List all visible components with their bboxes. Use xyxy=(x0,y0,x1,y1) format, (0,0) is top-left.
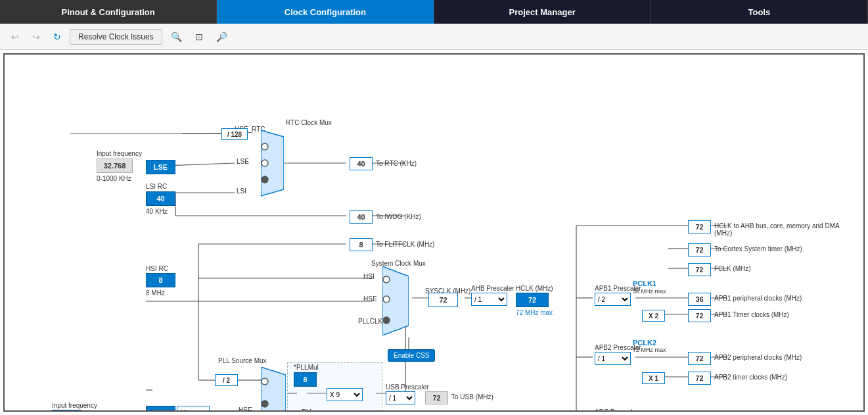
hsi-unit-label: 8 MHz xyxy=(146,289,165,297)
to-rtc-label: To RTC (KHz) xyxy=(376,160,417,167)
cortex-timer-value-box: 72 xyxy=(688,243,711,256)
rtc-clock-mux-label: RTC Clock Mux xyxy=(286,119,332,126)
resolve-clock-issues-button[interactable]: Resolve Clock Issues xyxy=(70,29,162,45)
hclk-max-label: 72 MHz max xyxy=(516,309,553,316)
tab-project[interactable]: Project Manager xyxy=(434,0,651,24)
fclk-label: FCLK (MHz) xyxy=(714,265,751,272)
main-content: Input frequency 32.768 0-1000 KHz LSE LS… xyxy=(0,50,868,415)
apb2-timer-label: APB2 timer clocks (MHz) xyxy=(714,374,787,381)
lsi-rc-label: LSI RC xyxy=(146,183,167,190)
pllclk-mux-label: PLLCLK xyxy=(358,318,382,325)
nav-bar: Pinout & Configuration Clock Configurati… xyxy=(0,0,868,24)
system-clock-mux-shape[interactable] xyxy=(382,266,409,335)
apb1-prescaler-select[interactable]: / 2 xyxy=(595,293,631,306)
apb2-periph-label: APB2 peripheral clocks (MHz) xyxy=(714,354,802,361)
pll-div2-box: / 2 xyxy=(215,374,238,386)
hse-pll-label: HSE xyxy=(239,406,252,412)
zoom-out-button[interactable]: 🔎 xyxy=(212,28,232,45)
apb2-prescaler-select[interactable]: / 1 xyxy=(595,352,631,365)
hse-box[interactable]: HSE xyxy=(146,406,175,412)
adc-prescaler-label: ADC Prescaler xyxy=(595,408,638,412)
apb1-timer-value-box: 72 xyxy=(688,309,711,322)
apb1-periph-label: APB1 peripheral clocks (MHz) xyxy=(714,295,802,302)
to-iwdg-label: To IWDG (KHz) xyxy=(376,213,421,220)
tab-pinout[interactable]: Pinout & Configuration xyxy=(0,0,217,24)
usb-div1-select[interactable]: / 1 xyxy=(386,391,415,404)
redo-button[interactable]: ↪ xyxy=(28,28,45,45)
rtc-mux-shape[interactable] xyxy=(261,127,284,199)
pclk1-max-label: 36 MHz max xyxy=(633,288,666,295)
svg-point-60 xyxy=(262,176,268,183)
to-flit-value-box: 8 xyxy=(350,238,373,251)
lsi-line-label: LSI xyxy=(237,187,246,195)
apb1-x2-box: X 2 xyxy=(642,310,665,322)
svg-point-62 xyxy=(383,276,390,283)
hse-div1-select[interactable]: / 1 xyxy=(177,406,210,412)
apb2-periph-value-box: 72 xyxy=(688,352,711,365)
sysclk-value-box: 72 xyxy=(428,293,458,307)
usb-prescaler-label: USB Prescaler xyxy=(386,383,429,391)
fclk-value-box: 72 xyxy=(688,263,711,276)
hsi-rc-label: HSI RC xyxy=(146,265,168,272)
apb1-periph-value-box: 36 xyxy=(688,293,711,306)
enable-css-button[interactable]: Enable CSS xyxy=(388,349,435,362)
double-arrow-icon: ⟵ xyxy=(103,408,114,412)
hclk-ahb-value-box: 72 xyxy=(688,220,711,233)
usb-value-box: 72 xyxy=(425,391,448,404)
input-freq-bottom-value-box: 8 xyxy=(52,410,81,412)
refresh-button[interactable]: ↻ xyxy=(49,28,66,45)
pclk1-label: PCLK1 xyxy=(633,280,656,287)
input-freq-top-label: Input frequency xyxy=(97,150,142,157)
pclk2-label: PCLK2 xyxy=(633,339,656,347)
svg-point-58 xyxy=(262,143,268,150)
hsi-mux-label: HSI xyxy=(363,273,375,280)
apb2-timer-value-box: 72 xyxy=(688,372,711,385)
fit-button[interactable]: ⊡ xyxy=(191,28,208,45)
svg-point-67 xyxy=(262,401,268,407)
to-iwdg-value-box: 40 xyxy=(350,210,373,224)
pll-mul-label: *PLLMul xyxy=(294,364,319,371)
svg-point-59 xyxy=(262,160,268,166)
pll-source-mux-shape[interactable] xyxy=(261,367,286,412)
hsi-value-box: 8 xyxy=(146,273,175,287)
input-freq-bottom-label: Input frequency xyxy=(52,402,97,409)
lsi-unit-label: 40 KHz xyxy=(146,208,168,215)
ahb-prescaler-label: AHB Prescaler xyxy=(471,285,514,292)
hclk-ahb-label: HCLK to AHB bus, core, memory and DMA (M… xyxy=(714,222,846,237)
div128-box: / 128 xyxy=(221,128,248,140)
input-freq-top-value-box: 32.768 xyxy=(97,159,133,173)
tab-clock[interactable]: Clock Configuration xyxy=(217,0,434,24)
to-flit-label: To FLITFCLK (MHz) xyxy=(376,241,434,248)
hclk-label: HCLK (MHz) xyxy=(516,285,553,292)
pclk2-max-label: 72 MHz max xyxy=(633,347,666,353)
hse-mux-label: HSE xyxy=(363,295,377,303)
pll-mul-value-box: 8 xyxy=(294,372,317,387)
diagram-area: Input frequency 32.768 0-1000 KHz LSE LS… xyxy=(3,53,865,412)
input-freq-top-range: 0-1000 KHz xyxy=(97,175,131,182)
usb-label: To USB (MHz) xyxy=(451,393,493,401)
ahb-prescaler-select[interactable]: / 1 xyxy=(471,293,507,306)
svg-point-64 xyxy=(383,317,390,324)
pll-label: PLL xyxy=(302,408,313,412)
apb2-x1-box: X 1 xyxy=(642,372,665,384)
apb1-timer-label: APB1 Timer clocks (MHz) xyxy=(714,311,789,318)
svg-point-66 xyxy=(262,378,268,385)
lsi-value-box: 40 xyxy=(146,191,175,206)
lse-box[interactable]: LSE xyxy=(146,160,175,174)
tab-tools[interactable]: Tools xyxy=(651,0,868,24)
pll-source-mux-label: PLL Source Mux xyxy=(218,357,267,364)
toolbar: ↩ ↪ ↻ Resolve Clock Issues 🔍 ⊡ 🔎 xyxy=(0,24,868,50)
hclk-value-box: 72 xyxy=(516,293,549,307)
pll-x9-select[interactable]: X 9 xyxy=(327,388,363,401)
svg-point-63 xyxy=(383,296,390,303)
to-rtc-value-box: 40 xyxy=(350,157,373,170)
diagram: Input frequency 32.768 0-1000 KHz LSE LS… xyxy=(5,55,863,410)
undo-button[interactable]: ↩ xyxy=(7,28,24,45)
zoom-in-button[interactable]: 🔍 xyxy=(166,28,187,45)
lse-line-label: LSE xyxy=(237,158,249,165)
cortex-timer-label: To Cortex System timer (MHz) xyxy=(714,245,802,253)
arrow-right-icon: → xyxy=(83,410,91,412)
